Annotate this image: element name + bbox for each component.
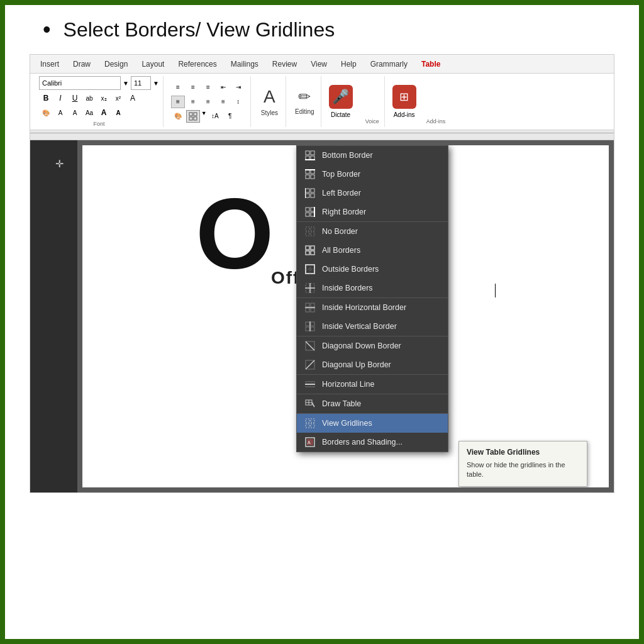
editing-icon: ✏	[298, 88, 311, 106]
list-bullet-btn[interactable]: ≡	[171, 81, 185, 94]
menu-item-inside-borders[interactable]: Inside Borders	[297, 279, 448, 298]
menu-item-inside-vertical[interactable]: Inside Vertical Border	[297, 317, 448, 336]
diagonal-up-icon	[304, 359, 316, 370]
menu-item-bottom-border[interactable]: Bottom Border	[297, 146, 448, 165]
svg-rect-44	[311, 308, 314, 312]
multilevel-btn[interactable]: ≡	[201, 81, 215, 94]
font-dropdown-arrow[interactable]: ▼	[123, 80, 129, 87]
tab-draw[interactable]: Draw	[67, 55, 97, 73]
tab-review[interactable]: Review	[266, 55, 303, 73]
svg-rect-30	[306, 251, 309, 255]
font-size-arrow[interactable]: ▼	[153, 80, 159, 87]
sort-btn[interactable]: ↕A	[208, 110, 222, 123]
menu-item-all-borders[interactable]: All Borders	[297, 241, 448, 260]
tab-references[interactable]: References	[172, 55, 223, 73]
svg-rect-48	[306, 327, 309, 331]
menu-item-no-border[interactable]: No Border	[297, 222, 448, 241]
svg-rect-27	[311, 232, 314, 236]
svg-rect-41	[306, 303, 309, 307]
styles-label[interactable]: Styles	[261, 109, 278, 116]
indent-decrease-btn[interactable]: ⇤	[216, 81, 230, 94]
menu-item-left-border[interactable]: Left Border	[297, 184, 448, 203]
tab-help[interactable]: Help	[335, 55, 363, 73]
menu-item-top-border[interactable]: Top Border	[297, 165, 448, 184]
menu-item-view-gridlines[interactable]: View Gridlines	[297, 414, 448, 433]
addins2-label: Add-ins	[426, 118, 446, 125]
tab-layout[interactable]: Layout	[135, 55, 170, 73]
line-spacing-btn[interactable]: ↕	[231, 96, 245, 108]
font-family-input[interactable]	[39, 76, 121, 90]
menu-item-right-border[interactable]: Right Border	[297, 203, 448, 222]
svg-rect-28	[306, 246, 309, 250]
voice-label: Voice	[365, 118, 379, 125]
tab-design[interactable]: Design	[98, 55, 134, 73]
underline-button[interactable]: U	[68, 92, 82, 104]
office-logo-partial: O	[196, 183, 274, 284]
mic-icon: 🎤	[332, 89, 349, 105]
svg-rect-3	[194, 117, 197, 120]
align-right-btn[interactable]: ≡	[201, 96, 215, 108]
highlight-button[interactable]: A	[53, 106, 67, 119]
editing-label: Editing	[295, 108, 314, 115]
italic-button[interactable]: I	[53, 92, 67, 104]
borders-btn[interactable]	[186, 110, 200, 123]
indent-increase-btn[interactable]: ⇥	[231, 81, 245, 94]
font-color-button[interactable]: 🎨	[39, 106, 53, 119]
styles-icon: A	[264, 87, 275, 107]
svg-rect-5	[311, 151, 314, 155]
case-button[interactable]: Aa	[82, 106, 96, 119]
strikethrough-button[interactable]: ab	[82, 92, 96, 104]
menu-item-horizontal-line[interactable]: Horizontal Line	[297, 375, 448, 394]
dictate-icon-bg[interactable]: 🎤	[329, 85, 353, 109]
text-size-increase[interactable]: A	[97, 106, 111, 119]
svg-rect-21	[306, 213, 309, 216]
horizontal-line-label: Horizontal Line	[322, 380, 374, 389]
svg-rect-63	[311, 419, 314, 423]
shading-btn[interactable]: 🎨	[171, 110, 185, 123]
superscript-button[interactable]: x²	[111, 92, 125, 104]
menu-item-draw-table[interactable]: Draw Table	[297, 394, 448, 414]
svg-rect-24	[306, 227, 309, 231]
menu-item-diagonal-up[interactable]: Diagonal Up Border	[297, 355, 448, 375]
svg-rect-42	[311, 303, 314, 307]
show-hide-btn[interactable]: ¶	[223, 110, 237, 123]
top-border-icon	[304, 169, 316, 180]
tab-table[interactable]: Table	[415, 55, 447, 73]
tab-view[interactable]: View	[304, 55, 333, 73]
font-color2-button[interactable]: A	[68, 106, 82, 119]
svg-rect-43	[306, 308, 309, 312]
diagonal-up-label: Diagonal Up Border	[322, 360, 391, 369]
bold-button[interactable]: B	[39, 92, 53, 104]
text-size-decrease[interactable]: A	[111, 106, 125, 119]
clear-formatting-button[interactable]: A	[126, 92, 140, 104]
editing-group[interactable]: ✏ Editing	[289, 76, 321, 127]
text-cursor	[495, 284, 496, 297]
svg-rect-19	[306, 208, 309, 211]
addins-section-label: Add-ins	[424, 76, 448, 127]
menu-item-inside-horizontal[interactable]: Inside Horizontal Border	[297, 298, 448, 317]
tab-grammarly[interactable]: Grammarly	[364, 55, 414, 73]
all-borders-label: All Borders	[322, 246, 360, 255]
justify-btn[interactable]: ≡	[216, 96, 230, 108]
menu-item-borders-shading[interactable]: A Borders and Shading...	[297, 433, 448, 452]
page-content: O Offic Bottom Border	[82, 145, 609, 487]
subscript-button[interactable]: x₂	[97, 92, 111, 104]
tab-mailings[interactable]: Mailings	[225, 55, 265, 73]
list-number-btn[interactable]: ≡	[186, 81, 200, 94]
page-title: Select Borders/ View Gridlines	[64, 18, 335, 42]
left-border-icon	[304, 187, 316, 199]
font-size-input[interactable]	[131, 76, 151, 90]
align-center-btn[interactable]: ≡	[186, 96, 200, 108]
svg-text:A: A	[308, 440, 311, 445]
svg-rect-15	[311, 189, 314, 192]
borders-shading-label: Borders and Shading...	[322, 438, 402, 447]
borders-dropdown-btn[interactable]: ▼	[201, 110, 207, 123]
addins-icon-bg[interactable]: ⊞	[392, 85, 416, 109]
menu-item-diagonal-down[interactable]: Diagonal Down Border	[297, 336, 448, 355]
svg-rect-49	[311, 327, 314, 331]
menu-item-outside-borders[interactable]: Outside Borders	[297, 260, 448, 279]
align-left-btn[interactable]: ≡	[171, 96, 185, 108]
svg-rect-31	[311, 251, 314, 255]
tab-insert[interactable]: Insert	[34, 55, 65, 73]
svg-rect-25	[311, 227, 314, 231]
